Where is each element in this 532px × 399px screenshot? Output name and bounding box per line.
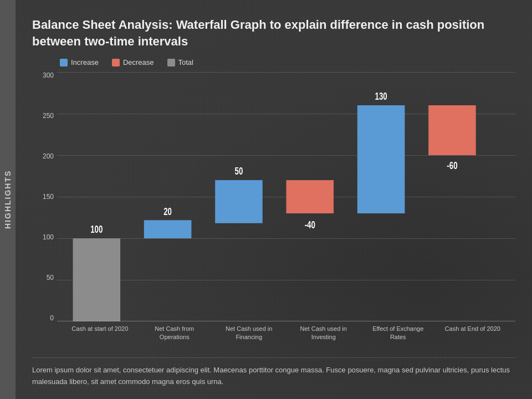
x-label-investing: Net Cash used in Investing [293, 321, 354, 346]
bar-end [428, 105, 476, 155]
chart-area: 300 250 200 150 100 50 0 [32, 72, 515, 346]
legend-color-total [167, 59, 175, 66]
main-content: Balance Sheet Analysis: Waterfall Graph … [16, 0, 532, 399]
x-labels: Cash at start of 2020 Net Cash from Oper… [57, 321, 515, 346]
page-title: Balance Sheet Analysis: Waterfall Graph … [32, 17, 503, 49]
y-label-150: 150 [43, 193, 54, 200]
x-label-cash-start: Cash at start of 2020 [69, 321, 130, 346]
bar-value-cash-start: 100 [90, 223, 103, 235]
bar-exchange [357, 105, 405, 213]
bar-value-financing: 50 [235, 165, 243, 177]
bar-operations [144, 221, 192, 239]
y-label-250: 250 [43, 112, 54, 119]
legend-item-total: Total [167, 58, 193, 66]
legend-label-total: Total [178, 58, 193, 66]
y-label-300: 300 [43, 72, 54, 79]
legend-label-increase: Increase [71, 58, 99, 66]
y-label-50: 50 [47, 274, 54, 281]
legend-color-decrease [112, 59, 120, 66]
chart-svg: 100 20 50 -40 130 [57, 72, 515, 321]
x-label-financing: Net Cash used in Financing [218, 321, 279, 346]
legend-item-increase: Increase [60, 58, 99, 66]
sidebar-label: Highlights [3, 170, 12, 229]
y-axis: 300 250 200 150 100 50 0 [32, 72, 57, 346]
chart-body: 100 20 50 -40 130 [57, 72, 515, 346]
y-label-0: 0 [50, 315, 54, 321]
x-label-end: Cash at End of 2020 [442, 321, 503, 346]
sidebar: Highlights [0, 0, 16, 399]
bar-financing [215, 180, 263, 223]
legend-label-decrease: Decrease [123, 58, 154, 66]
y-label-100: 100 [43, 234, 54, 241]
bar-value-investing: -40 [305, 219, 315, 231]
bar-cash-start [73, 238, 121, 321]
legend-item-decrease: Decrease [112, 58, 154, 66]
x-label-operations: Net Cash from Operations [144, 321, 205, 346]
bar-value-exchange: 130 [375, 90, 387, 102]
footer-text: Lorem ipsum dolor sit amet, consectetuer… [32, 357, 515, 388]
bar-value-end: -60 [447, 160, 457, 171]
legend-color-increase [60, 59, 68, 66]
y-label-200: 200 [43, 153, 54, 160]
bar-investing [287, 180, 334, 213]
x-label-exchange: Effect of Exchange Rates [367, 321, 428, 346]
bar-value-operations: 20 [163, 206, 172, 217]
chart-legend: IncreaseDecreaseTotal [60, 58, 515, 66]
